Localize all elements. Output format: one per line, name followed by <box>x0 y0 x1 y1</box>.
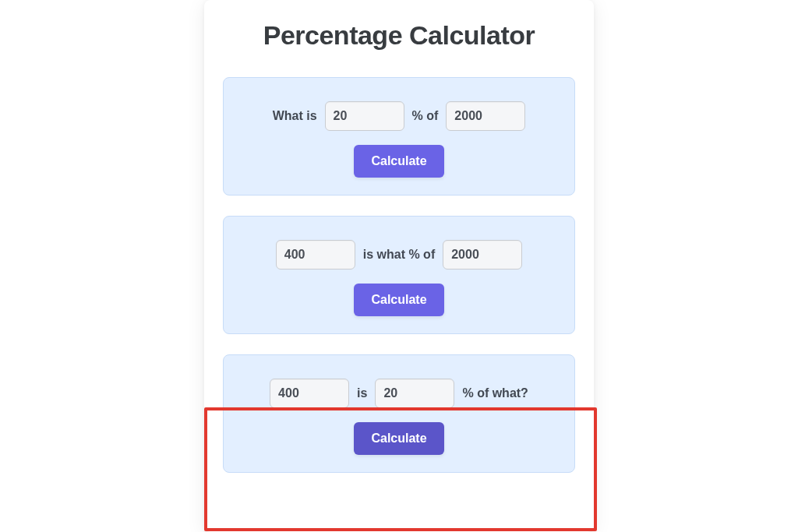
panel-x-is-y-percent-of-what: is % of what? Calculate <box>223 354 575 473</box>
panel3-row: is % of what? <box>270 379 528 408</box>
panel3-input-part[interactable] <box>270 379 349 408</box>
panel2-calculate-button[interactable]: Calculate <box>354 284 443 316</box>
panel1-calculate-button[interactable]: Calculate <box>354 145 443 178</box>
panel2-input-whole[interactable] <box>443 240 522 270</box>
panel2-input-part[interactable] <box>276 240 355 270</box>
app-stage: Percentage Calculator What is % of Calcu… <box>0 0 798 532</box>
panel3-label-after: % of what? <box>462 386 528 400</box>
panel2-label-mid: is what % of <box>363 248 435 262</box>
panel1-label-before: What is <box>273 109 317 123</box>
panel1-label-mid: % of <box>412 109 439 123</box>
panel1-input-percent[interactable] <box>325 101 404 131</box>
calculator-card: Percentage Calculator What is % of Calcu… <box>204 0 594 532</box>
panel3-calculate-button[interactable]: Calculate <box>354 422 443 455</box>
panel1-row: What is % of <box>273 101 526 131</box>
panel-x-is-what-percent-of-y: is what % of Calculate <box>223 216 575 334</box>
panel2-row: is what % of <box>276 240 522 270</box>
panel3-input-percent[interactable] <box>375 379 454 408</box>
panel1-input-base[interactable] <box>446 101 525 131</box>
page-title: Percentage Calculator <box>223 20 575 51</box>
panel3-label-mid: is <box>357 386 367 400</box>
panel-what-is-x-percent-of-y: What is % of Calculate <box>223 77 575 196</box>
